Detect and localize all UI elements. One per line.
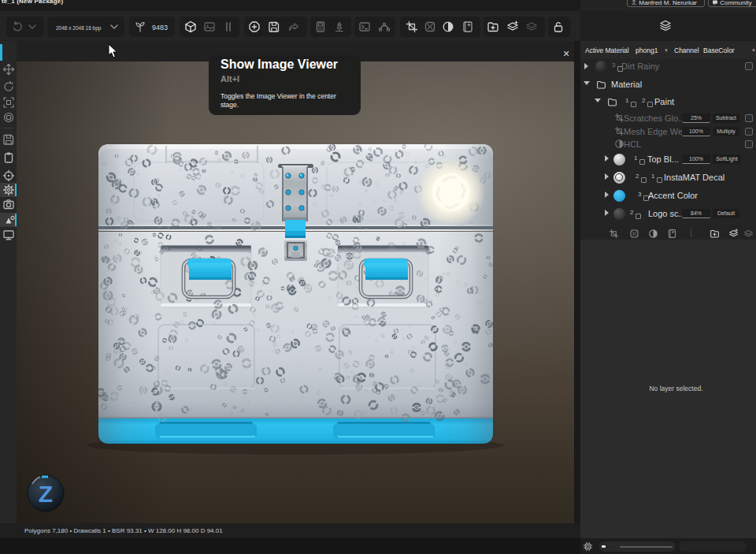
svg-text:Z: Z xyxy=(39,481,53,507)
